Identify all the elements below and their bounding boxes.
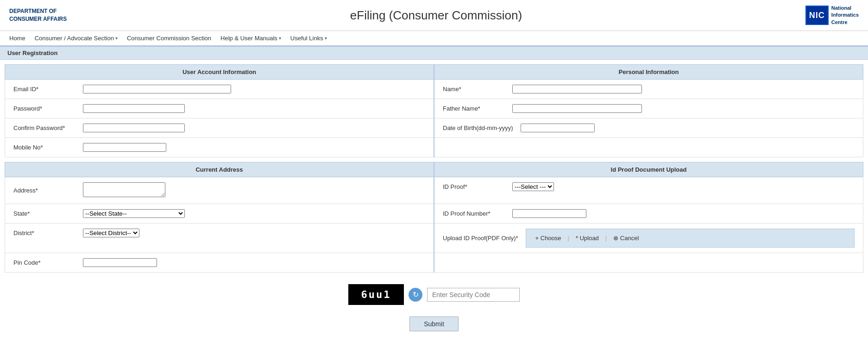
id-proof-number-input[interactable] <box>512 209 586 218</box>
name-input[interactable] <box>512 85 642 93</box>
chevron-down-icon-links: ▾ <box>325 36 327 41</box>
form-container: User Account Information Personal Inform… <box>0 64 868 345</box>
id-proof-number-label: ID Proof Number* <box>439 207 509 220</box>
submit-area: Submit <box>5 312 863 341</box>
id-proof-select-wrapper: ---Select --- <box>512 182 855 191</box>
navbar: Home Consumer / Advocate Section ▾ Consu… <box>0 31 868 46</box>
district-label: District* <box>10 226 79 240</box>
pincode-row: Pin Code* <box>5 253 434 273</box>
captcha-refresh-button[interactable]: ↻ <box>409 288 422 302</box>
id-proof-label: ID Proof* <box>439 180 509 193</box>
password-row: Password* <box>5 99 434 118</box>
nic-logo: NIC National Informatics Centre <box>805 5 859 26</box>
nav-home[interactable]: Home <box>9 35 25 42</box>
nav-consumer-commission[interactable]: Consumer Commission Section <box>127 35 211 42</box>
choose-button[interactable]: + Choose <box>532 233 565 243</box>
page-header: DEPARTMENT OF CONSUMER AFFAIRS eFiling (… <box>0 0 868 31</box>
captcha-area: 6uu1 ↻ <box>5 277 863 312</box>
dob-label: Date of Birth(dd-mm-yyyy) <box>439 121 517 135</box>
name-row: Name* <box>434 80 863 99</box>
pincode-label: Pin Code* <box>10 256 79 269</box>
password-label: Password* <box>10 102 79 115</box>
confirm-password-row: Confirm Password* <box>5 118 434 138</box>
nav-help[interactable]: Help & User Manuals ▾ <box>220 35 281 42</box>
mobile-row: Mobile No* <box>5 138 434 157</box>
nav-useful-links[interactable]: Useful Links ▾ <box>290 35 327 42</box>
father-name-label: Father Name* <box>439 102 509 115</box>
dob-row: Date of Birth(dd-mm-yyyy) <box>434 118 863 138</box>
id-proof-header: Id Proof Document Upload <box>434 162 863 177</box>
confirm-password-label: Confirm Password* <box>10 121 79 135</box>
confirm-password-input[interactable] <box>83 124 185 132</box>
id-proof-select-row: ID Proof* ---Select --- <box>434 177 863 204</box>
district-select[interactable]: --Select District-- <box>83 229 139 237</box>
father-name-row: Father Name* <box>434 99 863 118</box>
address-textarea[interactable] <box>83 182 165 197</box>
section-header-user-registration: User Registration <box>0 46 868 60</box>
chevron-down-icon-help: ▾ <box>279 36 281 41</box>
email-row: Email ID* <box>5 80 434 99</box>
state-select[interactable]: --Select State-- <box>83 209 185 218</box>
user-account-header: User Account Information <box>5 65 434 80</box>
state-row: State* --Select State-- <box>5 204 434 224</box>
nav-consumer-advocate[interactable]: Consumer / Advocate Section ▾ <box>35 35 118 42</box>
state-label: State* <box>10 207 79 220</box>
email-input[interactable] <box>83 85 231 93</box>
email-label: Email ID* <box>10 82 79 96</box>
pincode-input[interactable] <box>83 258 157 267</box>
upload-button[interactable]: * Upload <box>572 233 603 243</box>
dob-input[interactable] <box>521 124 595 132</box>
name-label: Name* <box>439 82 509 96</box>
current-address-header: Current Address <box>5 162 434 177</box>
district-row: District* --Select District-- <box>5 224 434 253</box>
father-name-input[interactable] <box>512 104 642 113</box>
upload-area: + Choose | * Upload | ⊗ Cancel <box>526 229 855 248</box>
department-name: DEPARTMENT OF CONSUMER AFFAIRS <box>9 7 67 23</box>
upload-id-proof-label: Upload ID Proof(PDF Only)* <box>439 226 522 250</box>
address-label: Address* <box>10 180 79 201</box>
page-title: eFiling (Consumer Commission) <box>67 8 805 23</box>
top-section-table: User Account Information Personal Inform… <box>5 64 863 157</box>
id-proof-select[interactable]: ---Select --- <box>512 182 554 191</box>
cancel-button[interactable]: ⊗ Cancel <box>610 233 642 243</box>
security-code-input[interactable] <box>427 288 520 302</box>
submit-button[interactable]: Submit <box>409 317 459 331</box>
chevron-down-icon: ▾ <box>115 36 118 41</box>
id-proof-number-row: ID Proof Number* <box>434 204 863 224</box>
personal-info-header: Personal Information <box>434 65 863 80</box>
address-row: Address* <box>5 177 434 204</box>
password-input[interactable] <box>83 104 185 113</box>
upload-id-proof-row: Upload ID Proof(PDF Only)* + Choose | * … <box>434 224 863 253</box>
mobile-label: Mobile No* <box>10 141 79 154</box>
nic-logo-text: National Informatics Centre <box>831 5 859 26</box>
bottom-section-table: Current Address Id Proof Document Upload… <box>5 162 863 273</box>
captcha-display: 6uu1 <box>348 284 404 305</box>
nic-logo-abbr: NIC <box>805 6 829 25</box>
mobile-input[interactable] <box>83 143 166 152</box>
